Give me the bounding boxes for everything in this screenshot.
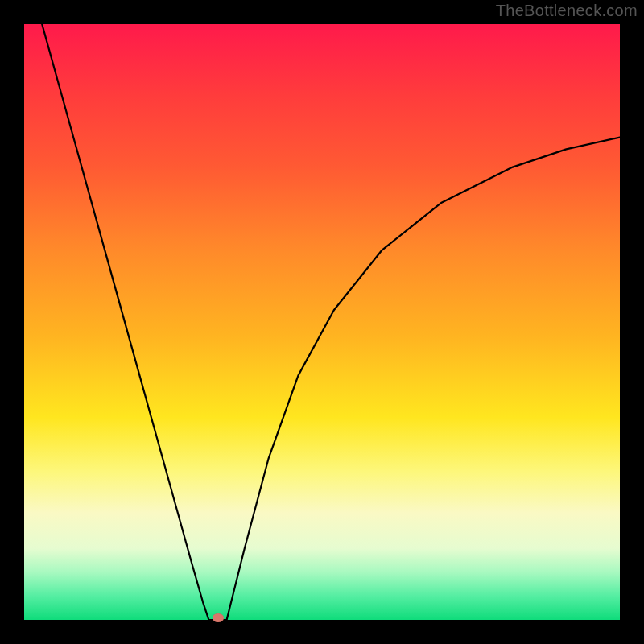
curve-path xyxy=(42,24,620,620)
chart-frame: TheBottleneck.com xyxy=(0,0,644,644)
bottleneck-curve xyxy=(24,24,620,620)
attribution-text: TheBottleneck.com xyxy=(496,2,638,20)
minimum-marker xyxy=(213,613,224,622)
plot-area xyxy=(24,24,620,620)
